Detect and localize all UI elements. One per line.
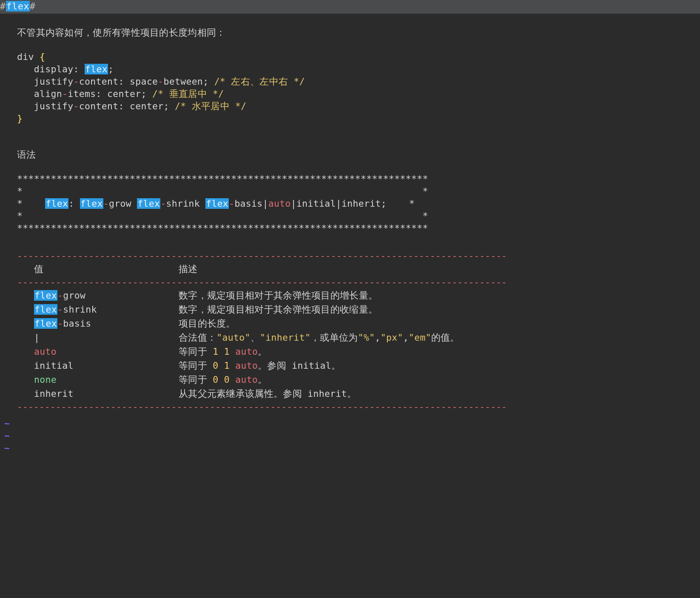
txt bbox=[230, 374, 235, 385]
prop: items bbox=[68, 88, 96, 99]
table-cell-key: | bbox=[34, 331, 179, 344]
table-cell-desc: 数字，规定项目相对于其余弹性项目的收缩量。 bbox=[179, 303, 663, 316]
kw-auto-txt: auto bbox=[235, 346, 258, 357]
txt: 的值。 bbox=[431, 332, 460, 343]
txt bbox=[218, 374, 224, 385]
dash: - bbox=[103, 198, 109, 209]
starbox-syntax: * flex: flex-grow flex-shrink flex-basis… bbox=[17, 197, 683, 210]
table-h2: 描述 bbox=[179, 263, 663, 275]
cmt-txt: "auto" bbox=[216, 332, 250, 343]
txt bbox=[230, 360, 235, 371]
txt: 等同于 bbox=[179, 346, 213, 357]
colon: : bbox=[68, 198, 74, 209]
syntax-heading: 语法 bbox=[17, 148, 683, 161]
star: * bbox=[409, 198, 415, 209]
txt: basis bbox=[63, 318, 91, 329]
code-line: display: flex; bbox=[17, 63, 683, 75]
flex-hl: flex bbox=[34, 304, 57, 315]
txt: basis bbox=[234, 198, 262, 209]
prop: justify bbox=[34, 76, 74, 87]
hash: # bbox=[0, 1, 6, 11]
table-h1: 值 bbox=[34, 263, 179, 275]
editor-screen: #flex# 不管其内容如何，使所有弹性项目的长度均相同： div { disp… bbox=[0, 0, 700, 454]
code-line: align-items: center; /* 垂直居中 */ bbox=[17, 88, 683, 100]
flex-hl: flex bbox=[80, 198, 103, 209]
table-cell-key: auto bbox=[34, 345, 179, 358]
starbox-border: ****************************************… bbox=[17, 222, 683, 234]
txt: 等同于 bbox=[179, 360, 213, 371]
flex-hl: flex bbox=[34, 318, 57, 329]
flex-hl: flex bbox=[34, 290, 57, 301]
vim-tilde: ~ bbox=[0, 430, 700, 442]
txt bbox=[218, 346, 224, 357]
semi: ; bbox=[203, 76, 208, 87]
txt: 。 bbox=[258, 346, 267, 357]
comment: /* 左右、左中右 */ bbox=[214, 76, 305, 87]
table-cell-desc: 等同于 0 0 auto。 bbox=[179, 373, 663, 386]
code-line: justify-content: center; /* 水平居中 */ bbox=[17, 100, 683, 112]
table-cell-key: inherit bbox=[34, 387, 179, 400]
txt: 合法值： bbox=[179, 332, 216, 343]
val-flex: flex bbox=[85, 64, 108, 74]
table-cell-desc: 项目的长度。 bbox=[179, 317, 663, 330]
table-row: auto等同于 1 1 auto。 bbox=[17, 345, 663, 359]
flex-hl: flex bbox=[205, 198, 229, 209]
dash: - bbox=[57, 318, 63, 329]
cmt-txt: "inherit" bbox=[260, 332, 310, 343]
table-divider: ----------------------------------------… bbox=[17, 276, 663, 288]
comment: /* 垂直居中 */ bbox=[152, 88, 224, 99]
txt: shrink bbox=[63, 304, 97, 315]
star: * bbox=[423, 186, 428, 196]
val: center bbox=[130, 101, 163, 111]
table-row: inherit从其父元素继承该属性。参阅 inherit。 bbox=[17, 387, 663, 401]
dash: - bbox=[57, 304, 63, 315]
txt: , bbox=[375, 332, 380, 343]
blank-line bbox=[17, 234, 683, 246]
val: between bbox=[163, 76, 203, 87]
code-line: div { bbox=[17, 51, 683, 63]
table-row: flex-shrink数字，规定项目相对于其余弹性项目的收缩量。 bbox=[17, 302, 663, 316]
table-cell-key: none bbox=[34, 373, 179, 386]
starbox-border: ****************************************… bbox=[17, 173, 683, 185]
table-row: initial等同于 0 1 auto。参阅 initial。 bbox=[17, 359, 663, 373]
txt: 。 bbox=[258, 374, 267, 385]
txt bbox=[230, 346, 235, 357]
dash: - bbox=[73, 76, 79, 87]
hash: # bbox=[30, 1, 36, 11]
intro-text: 不管其内容如何，使所有弹性项目的长度均相同： bbox=[17, 26, 683, 39]
prop: display bbox=[34, 64, 74, 74]
table-divider: ----------------------------------------… bbox=[17, 401, 663, 413]
star: * bbox=[17, 211, 23, 221]
brace: { bbox=[40, 51, 45, 62]
table-body: flex-grow数字，规定项目相对于其余弹性项目的增长量。flex-shrin… bbox=[17, 288, 663, 401]
table-cell-desc: 等同于 1 1 auto。 bbox=[179, 345, 663, 358]
blank-line bbox=[17, 161, 683, 173]
num-txt: 1 bbox=[224, 360, 230, 371]
star: * bbox=[423, 211, 428, 221]
cmt-txt: "em" bbox=[409, 332, 431, 343]
txt: , bbox=[403, 332, 409, 343]
txt: grow bbox=[63, 290, 85, 301]
dash: - bbox=[158, 76, 163, 87]
cmt-txt: "px" bbox=[381, 332, 403, 343]
code-line: } bbox=[17, 112, 683, 125]
blank-line bbox=[17, 125, 683, 137]
semi: ; bbox=[108, 64, 114, 74]
txt: 等同于 bbox=[179, 374, 213, 385]
dash: - bbox=[229, 198, 234, 209]
star: * bbox=[17, 198, 23, 209]
prop: content bbox=[79, 76, 119, 87]
dash: - bbox=[73, 101, 79, 111]
table-divider: ----------------------------------------… bbox=[17, 250, 663, 262]
table-row: |合法值："auto"、"inherit"，或单位为"%","px","em"的… bbox=[17, 330, 663, 345]
auto-kw: auto bbox=[34, 346, 57, 357]
titlebar: #flex# bbox=[0, 0, 700, 14]
num-txt: 0 bbox=[224, 374, 230, 385]
title-key: flex bbox=[6, 1, 30, 11]
txt: grow bbox=[109, 198, 131, 209]
semi: ; bbox=[163, 101, 169, 111]
prop: content bbox=[79, 101, 119, 111]
txt: shrink bbox=[166, 198, 199, 209]
table-cell-key: initial bbox=[34, 359, 179, 372]
blank-line bbox=[17, 39, 683, 51]
